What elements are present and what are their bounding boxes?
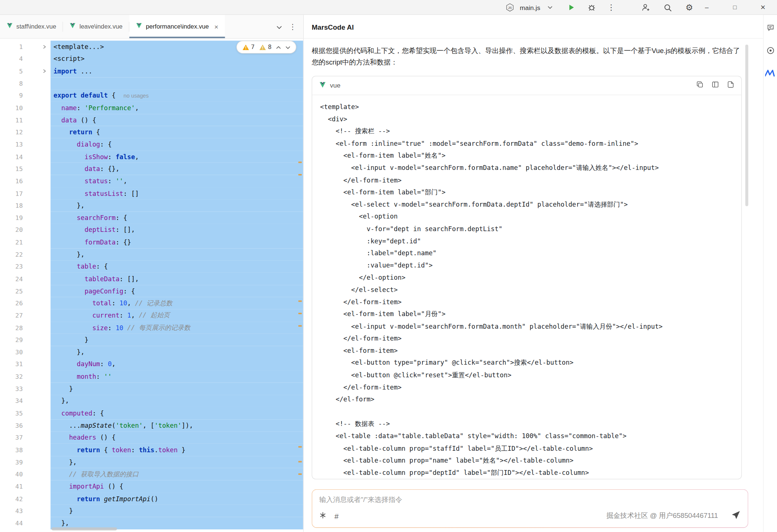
warning-mark[interactable] (298, 461, 302, 463)
code-text: }, (50, 248, 303, 260)
inspections-widget[interactable]: 7 8 (236, 41, 296, 54)
line-number[interactable]: 34 (0, 397, 23, 405)
code-text: import ... (50, 65, 303, 77)
debug-button[interactable] (585, 1, 598, 14)
chat-input[interactable]: 输入消息或者"/"来选择指令 # 掘金技术社区 @ 用户658504467111 (312, 489, 748, 528)
code-token: } (53, 385, 73, 393)
commands-icon[interactable] (319, 511, 326, 520)
weak-warning-count[interactable]: 8 (259, 44, 271, 51)
insert-code-icon[interactable] (712, 81, 719, 90)
search-icon[interactable] (661, 1, 674, 14)
line-number[interactable]: 11 (0, 116, 23, 124)
warning-mark[interactable] (298, 301, 302, 302)
line-number[interactable]: 14 (0, 153, 23, 160)
warning-count[interactable]: 7 (242, 44, 255, 51)
warning-mark[interactable] (298, 174, 302, 175)
marscode-logo-icon[interactable] (765, 69, 776, 79)
warning-mark[interactable] (298, 325, 302, 326)
line-number[interactable]: 21 (0, 239, 23, 246)
line-number[interactable]: 15 (0, 165, 23, 173)
line-number[interactable]: 32 (0, 373, 23, 380)
close-tab-icon[interactable]: × (214, 23, 218, 30)
minimize-button[interactable]: − (698, 3, 715, 12)
close-button[interactable]: × (754, 3, 771, 13)
warning-mark[interactable] (298, 473, 302, 475)
code-token: total (92, 299, 112, 307)
help-icon[interactable] (766, 47, 774, 57)
line-number[interactable]: 9 (0, 92, 23, 99)
line-number[interactable]: 24 (0, 275, 23, 283)
line-number[interactable]: 37 (0, 434, 23, 441)
line-number[interactable]: 31 (0, 361, 23, 368)
line-number[interactable]: 26 (0, 299, 23, 307)
warning-mark[interactable] (298, 446, 302, 447)
fold-arrow-icon[interactable] (23, 69, 50, 73)
line-number[interactable]: 29 (0, 336, 23, 344)
code-line: 27 current: 1, // 起始页 (0, 309, 303, 322)
line-number[interactable]: 1 (0, 43, 23, 50)
line-number[interactable]: 36 (0, 422, 23, 429)
fold-arrow-icon[interactable] (23, 45, 50, 49)
next-issue-icon[interactable] (286, 44, 290, 51)
line-number[interactable]: 33 (0, 385, 23, 393)
prev-issue-icon[interactable] (276, 44, 281, 51)
copy-icon[interactable] (696, 81, 704, 90)
line-number[interactable]: 30 (0, 348, 23, 356)
code-token (53, 153, 85, 160)
panel-scrollbar[interactable] (745, 45, 748, 206)
line-number[interactable]: 16 (0, 177, 23, 185)
code-token: : (108, 324, 116, 331)
line-number[interactable]: 35 (0, 410, 23, 417)
line-number[interactable]: 42 (0, 495, 23, 502)
line-number[interactable]: 40 (0, 470, 23, 478)
line-number[interactable]: 22 (0, 251, 23, 258)
line-number[interactable]: 41 (0, 483, 23, 490)
tab-leave-index[interactable]: leave\index.vue (63, 15, 129, 38)
line-number[interactable]: 4 (0, 55, 23, 63)
tab-performance-index[interactable]: performance\index.vue × (129, 15, 225, 38)
code-token: : { (100, 141, 112, 148)
line-number[interactable]: 17 (0, 190, 23, 197)
line-number[interactable]: 38 (0, 446, 23, 453)
line-number[interactable]: 19 (0, 214, 23, 221)
code-editor[interactable]: 1<template...>4<script>5import ...89expo… (0, 39, 303, 532)
more-actions-button[interactable]: ⋮ (605, 1, 618, 14)
ai-code-line: <el-button type="primary" @click="search… (320, 357, 733, 370)
code-token: ... (53, 422, 80, 429)
notifications-icon[interactable] (766, 24, 774, 34)
line-number[interactable]: 5 (0, 68, 23, 75)
code-line: 9export default {no usages (0, 89, 303, 102)
line-number[interactable]: 27 (0, 312, 23, 319)
horizontal-scrollbar[interactable] (52, 528, 117, 531)
run-button[interactable] (565, 1, 578, 14)
line-number[interactable]: 44 (0, 519, 23, 527)
line-number[interactable]: 43 (0, 507, 23, 515)
add-user-icon[interactable] (639, 1, 652, 14)
line-number[interactable]: 23 (0, 263, 23, 270)
line-number[interactable]: 20 (0, 226, 23, 234)
code-line: 21 formData: {} (0, 236, 303, 248)
line-number[interactable]: 28 (0, 324, 23, 331)
code-token: getImportApi (104, 495, 150, 502)
editor-more-icon[interactable]: ⋮ (289, 23, 296, 30)
chevron-down-icon[interactable] (544, 1, 557, 14)
code-token (53, 165, 85, 173)
code-token (53, 324, 92, 331)
context-hash-icon[interactable]: # (335, 512, 339, 520)
line-number[interactable]: 13 (0, 141, 23, 148)
tab-staff-index[interactable]: staff\index.vue (0, 15, 63, 38)
warning-mark[interactable] (298, 162, 302, 163)
new-file-icon[interactable] (727, 81, 734, 90)
tab-list-chevron-icon[interactable] (277, 22, 282, 31)
send-icon[interactable] (731, 510, 741, 522)
code-text: size: 10 // 每页展示的记录数 (50, 322, 303, 334)
line-number[interactable]: 10 (0, 104, 23, 112)
line-number[interactable]: 8 (0, 80, 23, 87)
line-number[interactable]: 18 (0, 202, 23, 209)
line-number[interactable]: 25 (0, 287, 23, 295)
line-number[interactable]: 39 (0, 458, 23, 466)
run-config-label[interactable]: main.js (520, 4, 540, 11)
maximize-button[interactable]: □ (727, 4, 743, 11)
line-number[interactable]: 12 (0, 128, 23, 136)
warning-mark[interactable] (298, 313, 302, 314)
